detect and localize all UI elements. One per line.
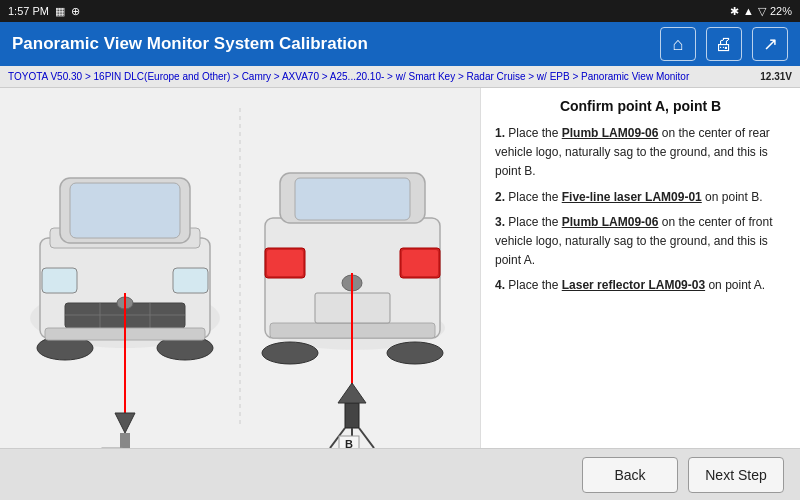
breadcrumb-text: TOYOTA V50.30 > 16PIN DLC(Europe and Oth… — [8, 71, 689, 82]
svg-rect-29 — [267, 250, 303, 276]
status-bar: 1:57 PM ▦ ⊕ ✱ ▲ ▽ 22% — [0, 0, 800, 22]
wifi-icon: ▲ — [743, 5, 754, 17]
header-title: Panoramic View Monitor System Calibratio… — [12, 34, 368, 54]
bluetooth-icon: ✱ — [730, 5, 739, 18]
button-bar: Back Next Step — [0, 448, 800, 500]
step-4: 4. Place the Laser reflector LAM09-03 on… — [495, 276, 786, 295]
back-button[interactable]: Back — [582, 457, 678, 493]
svg-rect-30 — [402, 250, 438, 276]
svg-rect-37 — [345, 403, 359, 428]
svg-point-34 — [262, 342, 318, 364]
section-title: Confirm point A, point B — [495, 98, 786, 114]
step-1: 1. Place the Plumb LAM09-06 on the cente… — [495, 124, 786, 182]
breadcrumb: TOYOTA V50.30 > 16PIN DLC(Europe and Oth… — [0, 66, 800, 88]
main-content: A — [0, 88, 800, 448]
svg-rect-11 — [42, 268, 77, 293]
car-svg: A — [0, 88, 480, 448]
step2-tool: Five-line laser LAM09-01 — [562, 190, 702, 204]
voltage-display: 12.31V — [760, 71, 792, 82]
step-3: 3. Place the Plumb LAM09-06 on the cente… — [495, 213, 786, 271]
svg-text:B: B — [345, 438, 353, 448]
step1-tool: Plumb LAM09-06 — [562, 126, 659, 140]
header-bar: Panoramic View Monitor System Calibratio… — [0, 22, 800, 66]
svg-rect-19 — [120, 433, 130, 448]
battery-pct: 22% — [770, 5, 792, 17]
status-icon2: ⊕ — [71, 5, 80, 18]
print-button[interactable]: 🖨 — [706, 27, 742, 61]
step3-tool: Plumb LAM09-06 — [562, 215, 659, 229]
next-step-button[interactable]: Next Step — [688, 457, 784, 493]
step-2: 2. Place the Five-line laser LAM09-01 on… — [495, 188, 786, 207]
status-time: 1:57 PM — [8, 5, 49, 17]
export-button[interactable]: ↗ — [752, 27, 788, 61]
svg-rect-5 — [70, 183, 180, 238]
signal-icon: ▽ — [758, 5, 766, 18]
home-button[interactable]: ⌂ — [660, 27, 696, 61]
svg-rect-12 — [173, 268, 208, 293]
svg-rect-26 — [295, 178, 410, 220]
instructions-text: 1. Place the Plumb LAM09-06 on the cente… — [495, 124, 786, 296]
status-icon1: ▦ — [55, 5, 65, 18]
instructions-panel: Confirm point A, point B 1. Place the Pl… — [480, 88, 800, 448]
step4-tool: Laser reflector LAM09-03 — [562, 278, 705, 292]
car-diagram-panel: A — [0, 88, 480, 448]
svg-point-35 — [387, 342, 443, 364]
